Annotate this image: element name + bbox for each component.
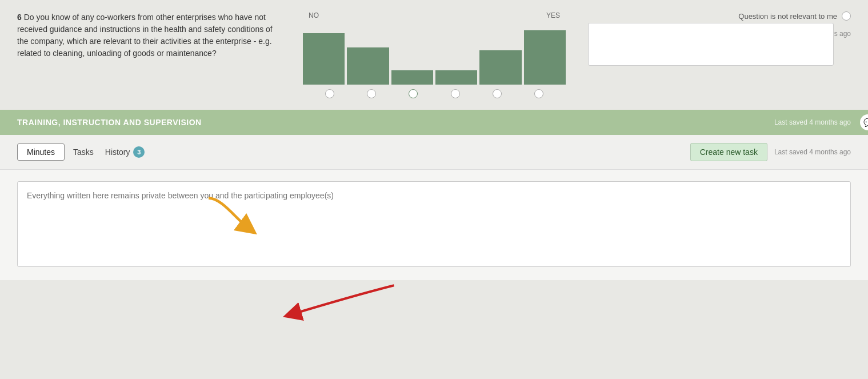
question-text: 6 Do you know of any co-workers from oth… (17, 11, 280, 59)
history-badge: 3 (133, 146, 145, 158)
chat-bubble-icon[interactable]: 💬 (860, 114, 868, 130)
chart-container: NO YES (303, 11, 566, 98)
bar-6 (524, 30, 566, 85)
radio-4[interactable] (451, 89, 460, 98)
tab-tasks[interactable]: Tasks (64, 144, 103, 160)
content-area (0, 170, 868, 280)
tabs-last-saved: Last saved 4 months ago (774, 148, 851, 156)
question-number: 6 (17, 13, 22, 22)
chart-radios[interactable] (303, 89, 566, 98)
tabs-area: Minutes Tasks History 3 Create new task … (0, 135, 868, 170)
section-header: TRAINING, INSTRUCTION AND SUPERVISION La… (0, 110, 868, 135)
not-relevant-label: Question is not relevant to me (738, 12, 837, 21)
section-header-right: Last saved 4 months ago (774, 118, 851, 126)
not-relevant-radio[interactable] (842, 11, 851, 21)
radio-5[interactable] (493, 89, 502, 98)
question-section: 6 Do you know of any co-workers from oth… (0, 0, 868, 110)
radio-3[interactable] (409, 89, 418, 98)
radio-1[interactable] (325, 89, 334, 98)
bar-3 (391, 70, 433, 85)
no-label: NO (309, 11, 319, 19)
bar-1 (303, 33, 345, 85)
tab-history-label: History (105, 147, 130, 157)
red-arrow (280, 279, 400, 322)
chart-labels: NO YES (303, 11, 566, 19)
tabs-right: Create new task Last saved 4 months ago (690, 143, 851, 161)
radio-6[interactable] (534, 89, 543, 98)
yes-label: YES (546, 11, 560, 19)
tab-history[interactable]: History 3 (103, 143, 147, 161)
section-last-saved: Last saved 4 months ago (774, 118, 851, 126)
not-relevant-row: Question is not relevant to me (738, 11, 851, 21)
bar-2 (347, 47, 389, 85)
bar-5 (479, 50, 521, 85)
comment-input-box[interactable] (588, 23, 834, 66)
chart-bars (303, 22, 566, 85)
tab-minutes[interactable]: Minutes (17, 143, 65, 161)
page-wrapper: 6 Do you know of any co-workers from oth… (0, 0, 868, 379)
question-body: Do you know of any co-workers from other… (17, 13, 273, 58)
minutes-textarea[interactable] (17, 181, 851, 267)
radio-2[interactable] (367, 89, 376, 98)
create-task-button[interactable]: Create new task (690, 143, 767, 161)
bar-4 (435, 70, 477, 85)
tabs-left: Minutes Tasks History 3 (17, 143, 147, 161)
section-title: TRAINING, INSTRUCTION AND SUPERVISION (17, 118, 202, 127)
